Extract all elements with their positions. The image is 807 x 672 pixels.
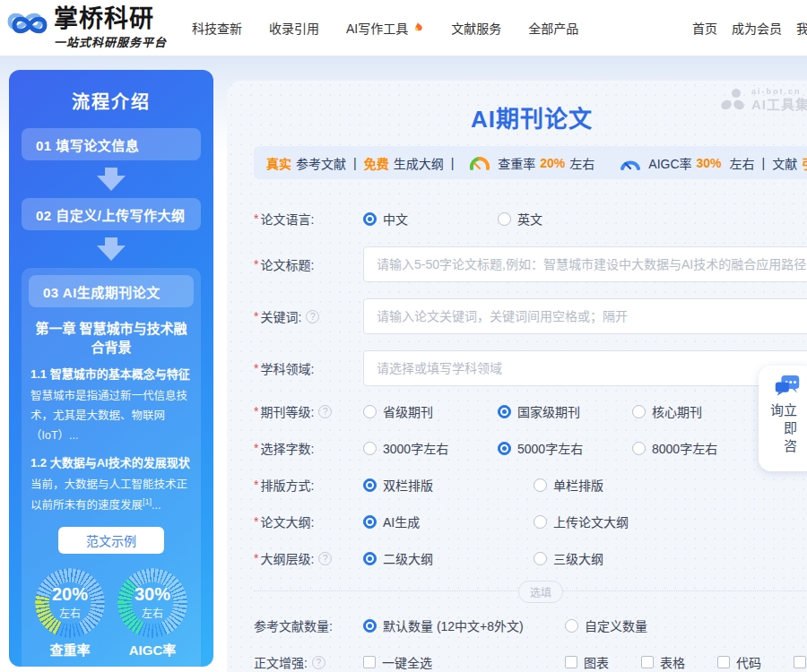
site-header: 掌桥科研 一站式科研服务平台 科技查新 收录引用 AI写作工具 文献服务 全部产…	[0, 0, 807, 56]
radio-references-custom[interactable]: 自定义数量	[565, 616, 735, 634]
rate-gauges: 20% 左右 查重率 30% 左右 AIGC率	[29, 568, 194, 659]
radio-outline-upload[interactable]: 上传论文大纲	[534, 513, 704, 530]
field-label: 参考文献数量:	[254, 616, 333, 634]
keywords-input[interactable]	[363, 298, 807, 334]
form-row-references: 参考文献数量: 默认数量 (12中文+8外文) 自定义数量	[254, 616, 807, 634]
subject-field-input[interactable]	[363, 350, 807, 386]
radio-icon	[498, 212, 511, 226]
nav-item-literature[interactable]: 文献服务	[451, 19, 501, 37]
checkbox-icon	[641, 656, 654, 668]
page: 掌桥科研 一站式科研服务平台 科技查新 收录引用 AI写作工具 文献服务 全部产…	[0, 0, 807, 672]
help-icon[interactable]: ?	[318, 405, 332, 418]
nav-item-mine[interactable]: 我的	[796, 19, 807, 37]
sidebar-title: 流程介绍	[22, 88, 201, 114]
radio-icon	[363, 515, 377, 529]
nav-item-tech-check[interactable]: 科技查新	[192, 19, 242, 37]
field-label: 论文标题:	[260, 255, 314, 273]
preview-section2-title: 1.2 大数据与AI技术的发展现状	[30, 453, 192, 470]
radio-depth-two-level[interactable]: 二级大纲	[363, 549, 534, 567]
checkbox-tables[interactable]: 表格	[641, 653, 717, 671]
help-icon[interactable]: ?	[312, 656, 325, 669]
radio-words-5000[interactable]: 5000字左右	[498, 439, 632, 457]
required-mark: *	[254, 514, 258, 529]
preview-section2-text: 当前，大数据与人工智能技术正以前所未有的速度发展[1]...	[30, 476, 192, 516]
sample-paper-button[interactable]: 范文示例	[58, 527, 164, 554]
radio-level-provincial[interactable]: 省级期刊	[363, 402, 498, 420]
checkbox-formula[interactable]: 公式	[794, 653, 807, 671]
help-icon[interactable]: ?	[306, 310, 319, 323]
form-row-language: * 论文语言: 中文 英文	[254, 210, 807, 228]
required-mark: *	[254, 257, 258, 271]
radio-language-english[interactable]: 英文	[498, 210, 632, 228]
radio-language-chinese[interactable]: 中文	[363, 210, 498, 228]
nav-item-ai-writing[interactable]: AI写作工具	[346, 19, 424, 37]
required-mark: *	[254, 309, 258, 323]
header-right-nav: 首页 成为会员 我的	[692, 19, 807, 37]
field-label: 选择字数:	[260, 439, 314, 457]
checkbox-code[interactable]: 代码	[717, 653, 794, 671]
help-icon[interactable]: ?	[318, 552, 332, 565]
nav-item-all-products[interactable]: 全部产品	[528, 19, 578, 37]
logo-tagline: 一站式科研服务平台	[54, 33, 167, 50]
aigc-rate-gauge: 30% 左右 AIGC率	[111, 568, 194, 659]
optional-section-divider: 选填	[254, 590, 807, 591]
required-mark: *	[254, 211, 258, 226]
preview-chapter-title: 第一章 智慧城市与技术融合背景	[29, 318, 194, 356]
checkbox-icon	[363, 656, 376, 668]
radio-icon	[363, 405, 377, 418]
main-form-card: ai-bot.cn AI工具集 AI期刊论文 真实参考文献 | 免费生成大纲 |…	[227, 81, 807, 672]
main-nav: 科技查新 收录引用 AI写作工具 文献服务 全部产品	[192, 19, 578, 37]
checkbox-icon	[794, 656, 806, 668]
nav-item-become-member[interactable]: 成为会员	[732, 19, 782, 37]
preview-section1-title: 1.1 智慧城市的基本概念与特征	[30, 365, 192, 382]
radio-words-8000[interactable]: 8000字左右	[632, 439, 767, 457]
radio-icon	[534, 552, 547, 565]
checkbox-icon	[565, 656, 577, 668]
consult-now-widget[interactable]: 立即咨询	[759, 366, 807, 471]
paper-form: * 论文语言: 中文 英文 * 论文标题:	[254, 210, 807, 671]
paper-title-input[interactable]	[363, 246, 807, 282]
nav-item-citation[interactable]: 收录引用	[269, 19, 319, 37]
step-1-fill-info: 01 填写论文信息	[22, 128, 201, 160]
required-mark: *	[254, 551, 258, 565]
radio-icon	[363, 212, 377, 226]
radio-words-3000[interactable]: 3000字左右	[363, 439, 498, 457]
citation-mark: [1]	[143, 497, 152, 506]
form-row-journal-level: * 期刊等级: ? 省级期刊 国家级期刊 核心期刊	[254, 402, 807, 420]
radio-layout-single-column[interactable]: 单栏排版	[534, 476, 704, 494]
field-label: 论文语言:	[260, 210, 314, 228]
arrow-down-icon	[93, 237, 129, 261]
watermark-name: AI工具集	[751, 98, 807, 111]
radio-icon	[498, 442, 511, 455]
required-mark: *	[254, 441, 258, 455]
form-row-outline-depth: * 大纲层级: ? 二级大纲 三级大纲	[254, 549, 807, 567]
radio-outline-ai[interactable]: AI生成	[363, 513, 534, 530]
optional-label: 选填	[518, 581, 563, 603]
logo-icon	[5, 5, 52, 45]
watermark-url: ai-bot.cn	[751, 88, 807, 96]
radio-icon	[363, 442, 377, 455]
radio-icon	[632, 405, 646, 418]
radio-references-default[interactable]: 默认数量 (12中文+8外文)	[363, 616, 565, 634]
nav-item-home[interactable]: 首页	[692, 19, 717, 37]
form-row-keywords: * 关键词: ?	[254, 298, 807, 334]
required-mark: *	[254, 478, 258, 492]
field-label: 正文增强:	[254, 653, 308, 671]
logo[interactable]: 掌桥科研 一站式科研服务平台	[5, 5, 167, 50]
checkbox-select-all[interactable]: 一键全选	[363, 653, 565, 671]
radio-level-core[interactable]: 核心期刊	[632, 402, 767, 420]
field-label: 期刊等级:	[260, 402, 314, 420]
form-row-outline: * 论文大纲: AI生成 上传论文大纲	[254, 513, 807, 530]
radio-layout-double-column[interactable]: 双栏排版	[363, 476, 534, 494]
watermark: ai-bot.cn AI工具集	[719, 88, 807, 111]
required-mark: *	[254, 361, 258, 375]
checkbox-charts[interactable]: 图表	[565, 653, 641, 671]
arrow-down-icon	[93, 168, 129, 191]
step-3-generate: 03 AI生成期刊论文	[29, 275, 194, 307]
radio-icon	[565, 619, 578, 633]
field-label: 大纲层级:	[260, 549, 314, 567]
radio-depth-three-level[interactable]: 三级大纲	[534, 549, 704, 567]
checkbox-icon	[717, 656, 730, 668]
logo-title: 掌桥科研	[54, 5, 167, 32]
radio-level-national[interactable]: 国家级期刊	[498, 402, 632, 420]
